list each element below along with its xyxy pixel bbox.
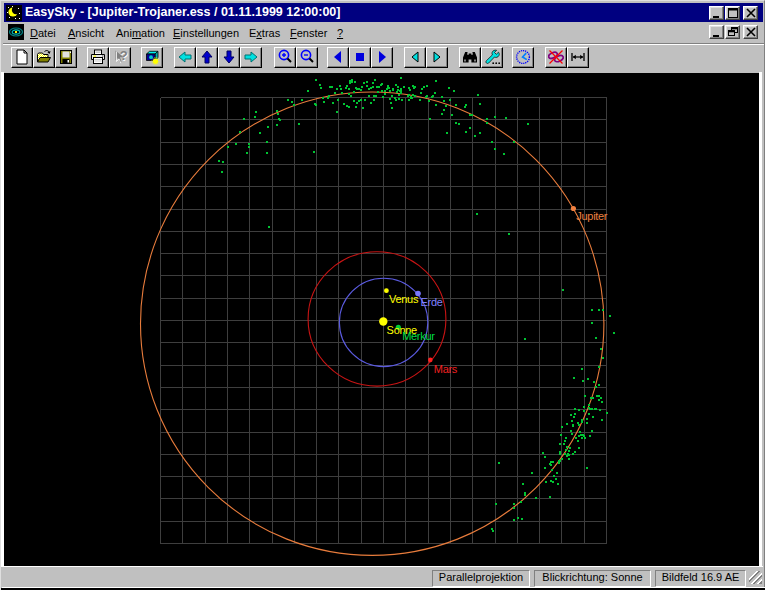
svg-text:Erde: Erde	[421, 296, 443, 308]
svg-text:Merkur: Merkur	[402, 330, 435, 342]
svg-text:Venus: Venus	[389, 293, 419, 305]
svg-text:?: ?	[120, 49, 128, 63]
svg-text:Mars: Mars	[434, 363, 458, 375]
svg-text:Jupiter: Jupiter	[576, 210, 608, 222]
